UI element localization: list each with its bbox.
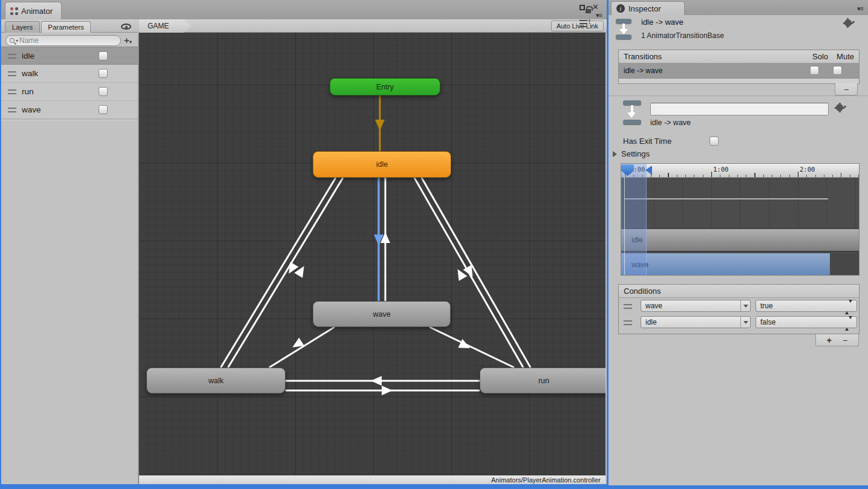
tick-label: 1:00 <box>713 166 728 173</box>
detail-gear-icon[interactable]: ▾ <box>836 104 846 111</box>
breadcrumb-label: GAME <box>148 22 169 30</box>
timeline-ruler[interactable]: 0:00 1:00 2:00 <box>621 164 859 178</box>
parameter-checkbox[interactable] <box>99 51 108 60</box>
state-node-walk[interactable]: walk <box>146 368 286 393</box>
state-node-entry[interactable]: Entry <box>330 78 440 96</box>
settings-label[interactable]: Settings <box>621 149 650 158</box>
solo-column-label: Solo <box>812 52 828 61</box>
tick-label: 2:00 <box>800 166 815 173</box>
updown-caret-icon <box>845 319 852 328</box>
has-exit-time-checkbox[interactable] <box>710 137 719 146</box>
search-input[interactable] <box>19 36 117 45</box>
condition-parameter-dropdown[interactable]: idle <box>641 316 751 328</box>
parameters-sidebar: ▾ +▾ idle walk run wave <box>1 33 139 484</box>
animator-tab[interactable]: Animator <box>5 2 62 19</box>
transition-icon <box>616 19 631 39</box>
breadcrumb-bar: GAME Auto Live Link <box>139 19 607 33</box>
timeline-track-idle[interactable]: idle <box>621 229 859 252</box>
transition-list-item[interactable]: idle -> wave <box>619 63 859 79</box>
controller-path-statusbar: Animators/PlayerAnimation.controller <box>139 475 605 484</box>
inspector-panel: i Inspector ▾≡ idle -> wave 1 AnimatorTr… <box>609 0 868 485</box>
window-menu-icon[interactable]: ▾≡ <box>596 11 602 19</box>
animator-window: Animator ✕ ▾≡ Layers Parameters ▾ +▾ idl… <box>1 0 607 484</box>
tab-inspector[interactable]: i Inspector <box>611 1 685 15</box>
breadcrumb[interactable]: GAME <box>139 19 191 33</box>
parameter-name: wave <box>22 105 41 114</box>
transition-timeline[interactable]: 0:00 1:00 2:00 idle wave <box>621 163 860 276</box>
search-icon <box>10 38 15 43</box>
state-machine-canvas[interactable]: Entry idle wave walk run <box>139 33 605 475</box>
inspector-menu-icon[interactable]: ▾≡ <box>857 5 863 13</box>
controller-path: Animators/PlayerAnimation.controller <box>491 476 601 484</box>
dropdown-caret-icon <box>740 300 750 311</box>
solo-checkbox[interactable] <box>810 66 819 75</box>
timeline-track-wave[interactable]: wave <box>621 253 859 276</box>
playhead-line <box>624 175 625 276</box>
conditions-header-label: Conditions <box>624 287 661 296</box>
transition-name-field[interactable] <box>650 103 829 115</box>
condition-value-dropdown[interactable]: false <box>755 316 857 328</box>
inspector-tabbar: i Inspector ▾≡ <box>609 0 868 15</box>
transition-detail-icon <box>623 100 641 125</box>
settings-foldout-icon[interactable] <box>613 151 617 157</box>
state-node-wave[interactable]: wave <box>313 301 451 327</box>
parameter-name: walk <box>22 69 38 78</box>
transitions-header: Transitions Solo Mute <box>619 50 859 63</box>
animator-icon <box>10 7 18 15</box>
condition-row: idle false <box>619 314 859 331</box>
parameter-row-run[interactable]: run <box>1 83 138 101</box>
has-exit-time-label: Has Exit Time <box>623 137 671 146</box>
gear-icon[interactable]: ▾ <box>844 19 855 27</box>
drag-handle-icon[interactable] <box>624 320 632 325</box>
mute-column-label: Mute <box>837 52 854 61</box>
state-node-run[interactable]: run <box>480 368 605 393</box>
inspector-lock-icon[interactable] <box>586 9 591 13</box>
tab-parameters-label: Parameters <box>48 24 83 31</box>
mute-checkbox[interactable] <box>833 66 842 75</box>
add-condition-button[interactable]: + <box>827 335 832 345</box>
divider <box>609 96 868 96</box>
remove-transition-button[interactable]: − <box>835 83 858 96</box>
auto-live-link-button[interactable]: Auto Live Link <box>551 21 604 31</box>
condition-value: true <box>760 302 773 310</box>
condition-parameter-dropdown[interactable]: wave <box>641 300 751 312</box>
drag-handle-icon[interactable] <box>8 108 16 112</box>
transition-list-item-label: idle -> wave <box>624 66 662 75</box>
inspector-subtitle: 1 AnimatorTransitionBase <box>641 31 724 40</box>
timeline-grid <box>621 178 859 229</box>
wave-clip-bar[interactable] <box>621 253 830 276</box>
tab-parameters[interactable]: Parameters <box>41 21 91 33</box>
drag-handle-icon[interactable] <box>624 304 632 309</box>
parameter-checkbox[interactable] <box>99 69 108 78</box>
remove-condition-button[interactable]: − <box>843 335 847 345</box>
drag-handle-icon[interactable] <box>8 71 16 76</box>
parameter-row-wave[interactable]: wave <box>1 101 138 119</box>
parameter-search[interactable]: ▾ <box>5 35 121 46</box>
transition-duration-line[interactable] <box>625 198 828 199</box>
drag-handle-icon[interactable] <box>8 54 16 59</box>
condition-parameter-value: wave <box>645 302 662 310</box>
drag-handle-icon[interactable] <box>8 89 16 94</box>
parameter-checkbox[interactable] <box>99 87 108 96</box>
auto-live-link-label: Auto Live Link <box>556 22 598 30</box>
maximize-icon[interactable] <box>579 5 585 10</box>
parameter-row-idle[interactable]: idle <box>1 47 138 65</box>
condition-value-dropdown[interactable]: true <box>755 300 857 312</box>
add-parameter-button[interactable]: +▾ <box>124 35 132 45</box>
exit-time-marker-stem <box>651 166 652 175</box>
parameter-checkbox[interactable] <box>99 105 108 114</box>
state-node-idle[interactable]: idle <box>313 151 451 178</box>
graph-region: GAME Auto Live Link <box>139 19 607 484</box>
conditions-group: Conditions wave true idle false <box>618 284 860 334</box>
close-icon[interactable]: ✕ <box>592 4 599 11</box>
parameter-name: idle <box>22 51 34 60</box>
state-label: idle <box>376 160 388 169</box>
presets-icon[interactable] <box>579 20 587 27</box>
eye-icon[interactable] <box>121 24 131 30</box>
animator-titlebar: Animator ✕ ▾≡ <box>1 0 607 19</box>
tab-layers-label: Layers <box>12 24 33 31</box>
parameter-row-walk[interactable]: walk <box>1 65 138 83</box>
tab-layers[interactable]: Layers <box>5 21 40 33</box>
timeline-selection-region[interactable] <box>621 164 647 276</box>
list-divider <box>1 119 138 120</box>
